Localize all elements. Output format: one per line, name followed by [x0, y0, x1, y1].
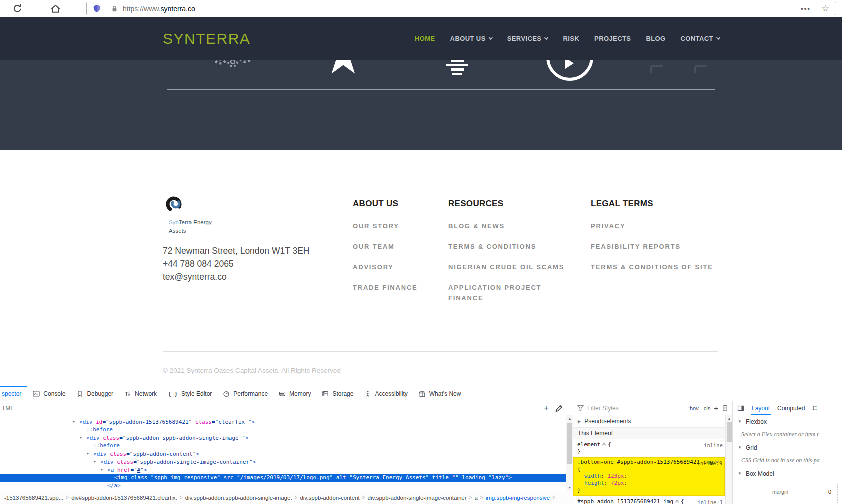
footer-link[interactable]: OUR STORY: [353, 221, 445, 232]
devtools-tab-network[interactable]: Network: [119, 386, 162, 401]
grid-section-header[interactable]: ▼ Grid: [733, 442, 842, 454]
rule-element-inline[interactable]: element{ inline }: [573, 440, 725, 457]
nav-item-risk[interactable]: RISK: [563, 35, 579, 42]
sidebar-tab-layout[interactable]: Layout: [752, 402, 770, 416]
site-logo-text[interactable]: SYNTERRA: [163, 30, 250, 48]
add-rule-button[interactable]: +: [714, 404, 718, 412]
boxmodel-margin-value[interactable]: 0: [828, 489, 831, 495]
breadcrumb-item[interactable]: div#sppb-addon-1513765689421.clearfix.: [70, 495, 179, 501]
footer-link[interactable]: APPLICATION PROJECT FINANCE: [448, 282, 574, 304]
nav-item-contact[interactable]: CONTACT: [681, 35, 720, 42]
breadcrumb-item[interactable]: div.sppb-addon.sppb-addon-single-image.: [184, 495, 294, 501]
lock-icon[interactable]: [111, 5, 118, 13]
footer-link[interactable]: BLOG & NEWS: [448, 221, 574, 232]
footer-link[interactable]: PRIVACY: [591, 221, 728, 232]
toggle-classes-button[interactable]: .cls: [702, 406, 711, 412]
dom-tree-row[interactable]: ▼<div class="sppb-addon sppb-addon-singl…: [0, 434, 566, 442]
dom-tree-row[interactable]: ▼<div class="sppb-addon-single-image-con…: [0, 458, 566, 466]
devtools-tab-memory[interactable]: Memory: [273, 386, 316, 401]
search-html-input[interactable]: TML: [2, 405, 14, 412]
rule-origin-link[interactable]: inline: [704, 442, 723, 449]
home-icon[interactable]: [50, 4, 61, 14]
footer-link[interactable]: TRADE FINANCE: [353, 282, 445, 293]
eyedropper-icon[interactable]: [555, 404, 564, 413]
tracking-shield-icon[interactable]: [92, 4, 101, 14]
dom-tree-row[interactable]: ::before: [0, 442, 566, 450]
css-declaration[interactable]: height: 72px;: [577, 480, 721, 487]
devtools-tab-whats-new[interactable]: What's New: [413, 386, 467, 401]
rule-selector[interactable]: .bottom-one #sppb-addon-1513765689421 im…: [577, 459, 713, 466]
breadcrumb-item[interactable]: div.sppb-addon-content: [298, 495, 361, 501]
toggle-pseudo-classes-button[interactable]: :hov: [688, 406, 699, 412]
dom-tree-row[interactable]: ▼<div id="sppb-addon-1513765689421" clas…: [0, 418, 566, 426]
nav-item-home[interactable]: HOME: [415, 35, 435, 42]
filter-styles-input[interactable]: Filter Styles: [587, 405, 685, 412]
boxmodel-section-header[interactable]: ▼ Box Model: [733, 468, 842, 480]
scrollbar-thumb[interactable]: [727, 422, 732, 442]
nav-item-about-us[interactable]: ABOUT US: [450, 35, 492, 42]
twisty-down-icon[interactable]: ▼: [73, 418, 79, 426]
devtools-tab-style-editor[interactable]: { }Style Editor: [162, 386, 217, 401]
scroll-up-icon[interactable]: ▲: [726, 416, 733, 422]
nav-item-projects[interactable]: PROJECTS: [594, 35, 631, 42]
dom-tree-row[interactable]: <img class="sppb-img-responsive" src="/i…: [0, 474, 566, 482]
rule-selector[interactable]: #sppb-addon-1513765689421 img: [577, 498, 673, 504]
flexbox-section-header[interactable]: ▼ Flexbox: [733, 416, 842, 428]
add-node-icon[interactable]: +: [542, 404, 551, 413]
footer-logo-icon[interactable]: [165, 195, 184, 215]
scrollbar-thumb[interactable]: [567, 424, 572, 464]
gear-icon[interactable]: [674, 499, 680, 504]
rule-origin-link[interactable]: inline:1: [697, 499, 723, 504]
rule-selector[interactable]: element: [577, 442, 600, 448]
devtools-tab-debugger[interactable]: Debugger: [71, 386, 119, 401]
rule-next[interactable]: #sppb-addon-1513765689421 img{ inline:1: [573, 496, 725, 504]
breadcrumb-item[interactable]: img.sppb-img-responsive: [484, 495, 551, 501]
devtools-tab-inspector[interactable]: spector: [0, 386, 27, 401]
sidebar-tab-computed[interactable]: Computed: [777, 402, 805, 416]
breadcrumb-item[interactable]: -1513765689421.spp...: [3, 495, 65, 501]
boxmodel-diagram[interactable]: margin 0: [737, 484, 838, 504]
markup-scrollbar[interactable]: ▲ ▼: [566, 416, 573, 491]
pseudo-elements-header[interactable]: ▶ Pseudo-elements: [573, 416, 725, 428]
rule-origin-link[interactable]: inline:9: [697, 460, 722, 467]
page-actions-icon[interactable]: •••: [801, 5, 811, 12]
twisty-down-icon[interactable]: ▼: [101, 466, 107, 474]
sidebar-toggle-icon[interactable]: [737, 405, 744, 412]
devtools-tab-storage[interactable]: Storage: [316, 386, 359, 401]
twisty-down-icon[interactable]: ▼: [87, 450, 93, 458]
url-bar[interactable]: https://www.synterra.co ••• ☆: [86, 2, 836, 16]
footer-link[interactable]: ADVISORY: [353, 262, 445, 272]
code-token: ="": [449, 474, 459, 481]
dom-tree-row[interactable]: ▼<div class="sppb-addon-content">: [0, 450, 566, 458]
dom-tree-row[interactable]: ::before: [0, 426, 566, 434]
rules-scrollbar[interactable]: ▲: [725, 416, 732, 504]
rule-highlighted[interactable]: .bottom-one #sppb-addon-1513765689421 im…: [573, 457, 725, 496]
scroll-up-icon[interactable]: ▲: [566, 416, 573, 422]
twisty-down-icon[interactable]: ▼: [94, 458, 100, 466]
gear-icon[interactable]: [601, 442, 607, 447]
footer-link[interactable]: FEASIBILITY REPORTS: [591, 242, 728, 252]
reload-icon[interactable]: [12, 4, 23, 14]
footer-email[interactable]: tex@synterra.co: [163, 270, 309, 284]
dom-tree-row[interactable]: ▼<a href="#">: [0, 466, 566, 474]
bookmark-star-icon[interactable]: ☆: [822, 4, 829, 13]
footer-link[interactable]: OUR TEAM: [353, 242, 445, 252]
devtools-tab-console[interactable]: Console: [27, 386, 71, 401]
breadcrumb-item[interactable]: div.sppb-addon-single-image-container: [366, 495, 468, 501]
footer-link[interactable]: NIGERIAN CRUDE OIL SCAMS: [448, 262, 574, 272]
devtools-tab-accessibility[interactable]: Accessibility: [359, 386, 413, 401]
url-text[interactable]: https://www.synterra.co: [123, 5, 195, 13]
nav-item-services[interactable]: SERVICES: [507, 35, 548, 42]
footer-link[interactable]: TERMS & CONDITIONS: [448, 242, 574, 252]
dom-tree-row[interactable]: </a>: [0, 482, 566, 490]
scroll-down-icon[interactable]: ▼: [566, 484, 573, 491]
devtools-tab-performance[interactable]: Performance: [217, 386, 273, 401]
print-simulation-icon[interactable]: [722, 405, 728, 412]
nav-item-blog[interactable]: BLOG: [646, 35, 665, 42]
sidebar-tab-c[interactable]: C: [812, 402, 817, 416]
chevron-down-icon: [544, 36, 548, 40]
css-declaration[interactable]: width: 123px;: [577, 473, 721, 480]
twisty-down-icon[interactable]: ▼: [80, 434, 86, 442]
footer-link[interactable]: TERMS & CONDITIONS OF SITE: [591, 262, 728, 272]
breadcrumb-item[interactable]: a: [473, 495, 479, 501]
